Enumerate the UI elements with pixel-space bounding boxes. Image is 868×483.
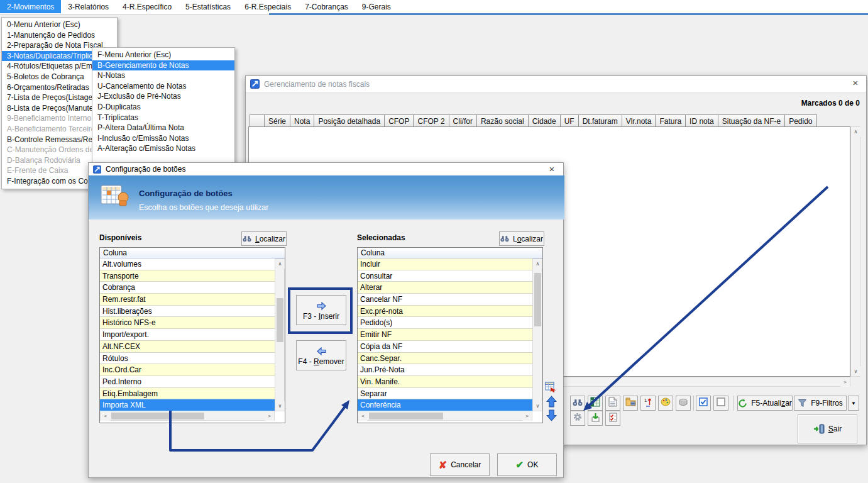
list-row[interactable]: Rem.restr.fat — [100, 294, 275, 306]
selected-horizontal-scrollbar[interactable]: < > — [358, 411, 532, 421]
column-header[interactable]: Fatura — [655, 114, 686, 128]
list-row[interactable]: Alterar — [358, 282, 532, 294]
move-down-icon[interactable] — [546, 409, 557, 424]
scroll-left-icon[interactable]: < — [358, 411, 368, 421]
ok-button[interactable]: ✔ OK — [497, 453, 557, 476]
palette-button[interactable] — [658, 396, 673, 411]
column-header[interactable]: Nota — [290, 114, 314, 128]
move-up-icon[interactable] — [546, 396, 557, 410]
filtros-button[interactable]: F9-Filtros — [794, 396, 847, 411]
localizar-available-button[interactable]: Localizar — [241, 231, 287, 246]
column-header[interactable] — [250, 114, 265, 128]
scroll-right-icon[interactable]: > — [265, 411, 274, 421]
scroll-right-icon[interactable]: > — [522, 411, 532, 421]
list-row[interactable]: Separar — [358, 388, 532, 400]
available-vertical-scrollbar[interactable]: ∧ ∨ — [275, 258, 285, 411]
scrollbar-thumb[interactable] — [277, 298, 283, 342]
config-dialog-titlebar[interactable]: Configuração de botões × — [89, 163, 563, 175]
list-row[interactable]: Ped.Interno — [100, 376, 275, 388]
sair-button[interactable]: Sair — [798, 414, 857, 443]
list-row[interactable]: Importa XML — [100, 399, 275, 411]
import-xml-button[interactable] — [588, 411, 603, 426]
menu-item[interactable]: I-Inclusão c/Emissão Notas — [92, 133, 234, 144]
export-excel-button[interactable] — [588, 396, 603, 411]
menubar-item[interactable]: 3-Relatórios — [61, 0, 116, 13]
menu-item[interactable]: 1-Manutenção de Pedidos — [2, 30, 117, 41]
selected-vertical-scrollbar[interactable]: ∧ ∨ — [532, 258, 542, 411]
list-row[interactable]: Consultar — [358, 270, 532, 282]
selected-list-header[interactable]: Coluna — [358, 248, 542, 258]
menu-item[interactable]: A-Alteração c/Emissão Notas — [92, 143, 234, 154]
list-row[interactable]: Canc.Separ. — [358, 353, 532, 365]
menu-item[interactable]: B-Gerenciamento de Notas — [92, 60, 234, 71]
uncheck-all-button[interactable] — [713, 396, 728, 411]
filtros-dropdown-button[interactable]: ▼ — [848, 396, 859, 411]
column-header[interactable]: Cli/for — [449, 114, 477, 128]
menubar-item[interactable]: 7-Cobranças — [298, 0, 355, 13]
scroll-right-icon[interactable]: > — [840, 377, 850, 387]
grid-export-icon[interactable] — [545, 382, 557, 395]
column-header[interactable]: ID nota — [685, 114, 718, 128]
list-row[interactable]: Jun.Pré-Nota — [358, 364, 532, 376]
inserir-button[interactable]: F3 - Inserir — [296, 295, 346, 325]
column-header[interactable]: UF — [560, 114, 579, 128]
cancelar-button[interactable]: ✘ Cancelar — [430, 453, 490, 476]
list-row[interactable]: Conferência — [358, 399, 532, 411]
close-icon[interactable]: × — [546, 164, 558, 174]
scroll-down-icon[interactable]: ∨ — [275, 401, 285, 411]
scrollbar-thumb[interactable] — [369, 413, 443, 419]
menubar-item[interactable]: 9-Gerais — [355, 0, 398, 13]
localizar-selected-button[interactable]: Localizar — [499, 231, 544, 246]
sort-button[interactable]: 1 — [640, 396, 656, 411]
scroll-down-icon[interactable]: ∨ — [533, 401, 542, 411]
folder-calc-button[interactable] — [623, 396, 638, 411]
list-row[interactable]: Hist.liberações — [100, 306, 275, 318]
column-header[interactable]: Dt.faturam — [578, 114, 622, 128]
available-list-header[interactable]: Coluna — [100, 248, 285, 258]
check-all-button[interactable] — [696, 396, 711, 411]
list-row[interactable]: Incluir — [358, 258, 532, 270]
list-row[interactable]: Transporte — [100, 270, 275, 282]
menubar-item[interactable]: 6-R.Especiais — [238, 0, 298, 13]
menubar-item[interactable]: 4-R.Específico — [116, 0, 179, 13]
list-row[interactable]: Alt.NF.CEX — [100, 341, 275, 353]
menu-item[interactable]: N-Notas — [92, 70, 234, 81]
list-row[interactable]: Pedido(s) — [358, 317, 532, 329]
menu-item[interactable]: J-Exclusão de Pré-Notas — [92, 91, 234, 102]
list-row[interactable]: Vin. Manife. — [358, 376, 532, 388]
menu-item[interactable]: 0-Menu Anterior (Esc) — [2, 19, 117, 30]
close-icon[interactable]: × — [850, 77, 861, 88]
list-row[interactable]: Etiq.Embalagem — [100, 388, 275, 400]
column-header[interactable]: Situação da NF-e — [718, 114, 785, 128]
search-button[interactable] — [570, 396, 585, 411]
notas-window-titlebar[interactable]: Gerenciamento de notas fiscais × — [246, 76, 866, 92]
column-header[interactable]: Cidade — [528, 114, 561, 128]
list-row[interactable]: Cobrança — [100, 282, 275, 294]
pot-button[interactable] — [676, 396, 691, 411]
scrollbar-thumb[interactable] — [111, 413, 204, 419]
menu-item[interactable]: D-Duplicatas — [92, 102, 234, 113]
menu-item[interactable]: U-Cancelamento de Notas — [92, 81, 234, 92]
menu-item[interactable]: T-Triplicatas — [92, 113, 234, 123]
menubar-item[interactable]: 5-Estatísticas — [179, 0, 238, 13]
checklist-button[interactable] — [605, 411, 620, 426]
menu-item[interactable]: P-Altera Data/Última Nota — [92, 123, 234, 133]
scroll-left-icon[interactable]: < — [101, 411, 110, 421]
column-header[interactable]: CFOP — [384, 114, 414, 128]
list-row[interactable]: Alt.volumes — [100, 258, 275, 270]
column-header[interactable]: Série — [264, 114, 290, 128]
menubar-item[interactable]: 2-Movimentos — [0, 0, 61, 13]
column-header[interactable]: Posição detalhada — [314, 114, 385, 128]
list-row[interactable]: Rótulos — [100, 353, 275, 365]
list-row[interactable]: Cópia da NF — [358, 341, 532, 353]
scroll-up-icon[interactable]: ∧ — [851, 127, 860, 136]
available-horizontal-scrollbar[interactable]: < > — [100, 411, 275, 421]
column-header[interactable]: Pedido — [784, 114, 816, 128]
menu-item[interactable]: F-Menu Anterior (Esc) — [92, 50, 234, 60]
list-row[interactable]: Emitir NF — [358, 329, 532, 341]
atualizar-button[interactable]: F5-Atualizar — [737, 396, 793, 411]
column-header[interactable]: Vlr.nota — [622, 114, 656, 128]
list-row[interactable]: Cancelar NF — [358, 294, 532, 306]
list-row[interactable]: Import/export. — [100, 329, 275, 341]
scroll-up-icon[interactable]: ∧ — [275, 259, 285, 269]
